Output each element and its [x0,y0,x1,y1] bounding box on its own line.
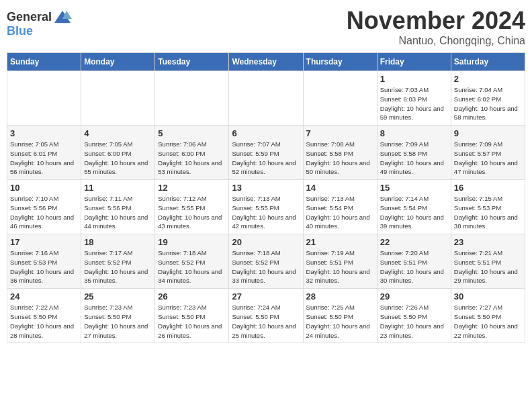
day-info: Sunrise: 7:21 AM Sunset: 5:51 PM Dayligh… [454,248,522,285]
calendar-header: SundayMondayTuesdayWednesdayThursdayFrid… [7,53,525,71]
calendar-cell: 11Sunrise: 7:11 AM Sunset: 5:56 PM Dayli… [81,180,155,234]
day-number: 8 [380,128,448,138]
day-number: 12 [158,183,226,193]
day-info: Sunrise: 7:10 AM Sunset: 5:56 PM Dayligh… [10,194,78,231]
title-area: November 2024 Nantuo, Chongqing, China [347,7,525,47]
logo-general-text: General [7,10,52,24]
day-info: Sunrise: 7:18 AM Sunset: 5:52 PM Dayligh… [232,248,300,285]
day-info: Sunrise: 7:23 AM Sunset: 5:50 PM Dayligh… [84,303,152,340]
day-number: 19 [158,237,226,247]
calendar-cell: 5Sunrise: 7:06 AM Sunset: 6:00 PM Daylig… [155,126,229,180]
calendar-cell: 25Sunrise: 7:23 AM Sunset: 5:50 PM Dayli… [81,289,155,343]
calendar-cell: 30Sunrise: 7:27 AM Sunset: 5:50 PM Dayli… [451,289,525,343]
day-number: 30 [454,291,522,302]
calendar-cell: 4Sunrise: 7:05 AM Sunset: 6:00 PM Daylig… [81,126,155,180]
calendar-cell: 29Sunrise: 7:26 AM Sunset: 5:50 PM Dayli… [377,289,451,343]
day-number: 13 [232,183,300,193]
day-info: Sunrise: 7:12 AM Sunset: 5:55 PM Dayligh… [158,194,226,231]
calendar-week-1: 3Sunrise: 7:05 AM Sunset: 6:01 PM Daylig… [7,126,525,180]
calendar-cell [81,71,155,126]
calendar-cell: 23Sunrise: 7:21 AM Sunset: 5:51 PM Dayli… [451,234,525,289]
day-info: Sunrise: 7:08 AM Sunset: 5:58 PM Dayligh… [306,140,374,177]
calendar-cell: 24Sunrise: 7:22 AM Sunset: 5:50 PM Dayli… [7,289,81,343]
calendar-cell: 6Sunrise: 7:07 AM Sunset: 5:59 PM Daylig… [229,126,303,180]
day-info: Sunrise: 7:24 AM Sunset: 5:50 PM Dayligh… [232,303,300,340]
weekday-header-saturday: Saturday [451,53,525,71]
day-info: Sunrise: 7:07 AM Sunset: 5:59 PM Dayligh… [232,140,300,177]
day-info: Sunrise: 7:23 AM Sunset: 5:50 PM Dayligh… [158,303,226,340]
day-info: Sunrise: 7:17 AM Sunset: 5:52 PM Dayligh… [84,248,152,285]
day-info: Sunrise: 7:18 AM Sunset: 5:52 PM Dayligh… [158,248,226,285]
day-info: Sunrise: 7:05 AM Sunset: 6:01 PM Dayligh… [10,140,78,177]
day-number: 27 [232,291,300,302]
calendar-cell: 9Sunrise: 7:09 AM Sunset: 5:57 PM Daylig… [451,126,525,180]
day-number: 9 [454,128,522,138]
day-number: 14 [306,183,374,193]
calendar-cell: 19Sunrise: 7:18 AM Sunset: 5:52 PM Dayli… [155,234,229,289]
day-info: Sunrise: 7:04 AM Sunset: 6:02 PM Dayligh… [454,85,522,122]
day-number: 4 [84,128,152,138]
day-number: 22 [380,237,448,247]
calendar-cell: 2Sunrise: 7:04 AM Sunset: 6:02 PM Daylig… [451,71,525,126]
calendar-cell: 3Sunrise: 7:05 AM Sunset: 6:01 PM Daylig… [7,126,81,180]
calendar-cell: 20Sunrise: 7:18 AM Sunset: 5:52 PM Dayli… [229,234,303,289]
day-info: Sunrise: 7:16 AM Sunset: 5:53 PM Dayligh… [10,248,78,285]
calendar-cell: 8Sunrise: 7:09 AM Sunset: 5:58 PM Daylig… [377,126,451,180]
day-number: 29 [380,291,448,302]
day-info: Sunrise: 7:09 AM Sunset: 5:57 PM Dayligh… [454,140,522,177]
calendar-week-2: 10Sunrise: 7:10 AM Sunset: 5:56 PM Dayli… [7,180,525,234]
weekday-header-friday: Friday [377,53,451,71]
calendar-week-3: 17Sunrise: 7:16 AM Sunset: 5:53 PM Dayli… [7,234,525,289]
calendar-cell [7,71,81,126]
calendar-cell: 1Sunrise: 7:03 AM Sunset: 6:03 PM Daylig… [377,71,451,126]
day-info: Sunrise: 7:09 AM Sunset: 5:58 PM Dayligh… [380,140,448,177]
day-number: 16 [454,183,522,193]
day-number: 11 [84,183,152,193]
day-info: Sunrise: 7:05 AM Sunset: 6:00 PM Dayligh… [84,140,152,177]
day-number: 15 [380,183,448,193]
calendar-cell: 16Sunrise: 7:15 AM Sunset: 5:53 PM Dayli… [451,180,525,234]
day-info: Sunrise: 7:27 AM Sunset: 5:50 PM Dayligh… [454,303,522,340]
header: General Blue November 2024 Nantuo, Chong… [7,7,525,47]
day-info: Sunrise: 7:06 AM Sunset: 6:00 PM Dayligh… [158,140,226,177]
calendar-cell [229,71,303,126]
weekday-header-sunday: Sunday [7,53,81,71]
weekday-row: SundayMondayTuesdayWednesdayThursdayFrid… [7,53,525,71]
calendar-cell: 12Sunrise: 7:12 AM Sunset: 5:55 PM Dayli… [155,180,229,234]
day-info: Sunrise: 7:26 AM Sunset: 5:50 PM Dayligh… [380,303,448,340]
calendar-week-4: 24Sunrise: 7:22 AM Sunset: 5:50 PM Dayli… [7,289,525,343]
day-number: 23 [454,237,522,247]
day-number: 21 [306,237,374,247]
day-number: 3 [10,128,78,138]
day-number: 1 [380,74,448,84]
weekday-header-monday: Monday [81,53,155,71]
weekday-header-tuesday: Tuesday [155,53,229,71]
day-number: 24 [10,291,78,302]
calendar-week-0: 1Sunrise: 7:03 AM Sunset: 6:03 PM Daylig… [7,71,525,126]
day-number: 18 [84,237,152,247]
calendar-cell: 26Sunrise: 7:23 AM Sunset: 5:50 PM Dayli… [155,289,229,343]
calendar-cell: 18Sunrise: 7:17 AM Sunset: 5:52 PM Dayli… [81,234,155,289]
weekday-header-wednesday: Wednesday [229,53,303,71]
day-info: Sunrise: 7:20 AM Sunset: 5:51 PM Dayligh… [380,248,448,285]
day-info: Sunrise: 7:11 AM Sunset: 5:56 PM Dayligh… [84,194,152,231]
calendar-cell: 28Sunrise: 7:25 AM Sunset: 5:50 PM Dayli… [303,289,377,343]
day-number: 17 [10,237,78,247]
day-info: Sunrise: 7:13 AM Sunset: 5:54 PM Dayligh… [306,194,374,231]
calendar-cell: 10Sunrise: 7:10 AM Sunset: 5:56 PM Dayli… [7,180,81,234]
day-info: Sunrise: 7:19 AM Sunset: 5:51 PM Dayligh… [306,248,374,285]
location-title: Nantuo, Chongqing, China [347,35,525,47]
day-number: 28 [306,291,374,302]
calendar-cell: 13Sunrise: 7:13 AM Sunset: 5:55 PM Dayli… [229,180,303,234]
day-info: Sunrise: 7:13 AM Sunset: 5:55 PM Dayligh… [232,194,300,231]
logo-blue-text: Blue [7,24,33,38]
calendar-cell [303,71,377,126]
day-number: 10 [10,183,78,193]
calendar-cell: 15Sunrise: 7:14 AM Sunset: 5:54 PM Dayli… [377,180,451,234]
logo-icon [53,9,72,24]
day-number: 20 [232,237,300,247]
calendar-cell: 17Sunrise: 7:16 AM Sunset: 5:53 PM Dayli… [7,234,81,289]
day-number: 26 [158,291,226,302]
calendar-cell: 7Sunrise: 7:08 AM Sunset: 5:58 PM Daylig… [303,126,377,180]
day-number: 5 [158,128,226,138]
